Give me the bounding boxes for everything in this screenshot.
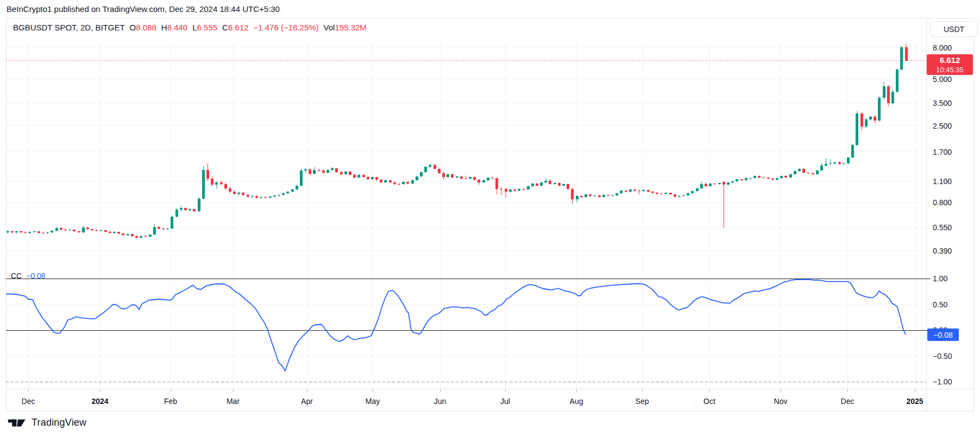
price-tick-label: 0.800 bbox=[933, 198, 952, 207]
price-tick-label: 1.700 bbox=[933, 148, 952, 156]
chart-plot-area[interactable] bbox=[0, 0, 980, 436]
ohlc-high: H8.440 bbox=[161, 23, 187, 32]
cc-tick-label: 0.50 bbox=[933, 300, 947, 309]
last-price-badge: 6.612 10:45:35 bbox=[927, 54, 973, 75]
cc-tick-label: −1.00 bbox=[933, 377, 952, 386]
time-tick-label: 2024 bbox=[91, 397, 108, 406]
ohlc-low: L6.555 bbox=[192, 23, 217, 32]
price-tick-label: 5.000 bbox=[933, 75, 952, 84]
volume: Vol155.32M bbox=[324, 23, 367, 32]
time-tick-label: Apr bbox=[301, 397, 313, 406]
tradingview-logo-icon bbox=[8, 418, 27, 428]
price-tick-label: 1.100 bbox=[933, 177, 952, 186]
price-tick-label: 8.000 bbox=[933, 43, 952, 52]
time-tick-label: Sep bbox=[636, 397, 649, 406]
price-tick-label: 0.550 bbox=[933, 223, 952, 232]
tradingview-logo-text: TradingView bbox=[32, 417, 86, 428]
symbol-title[interactable]: BGBUSDT SPOT, 2D, BITGET bbox=[13, 23, 125, 32]
ohlc-open: O8.088 bbox=[130, 23, 156, 32]
price-tick-label: 2.500 bbox=[933, 122, 952, 130]
cc-name: CC bbox=[11, 271, 22, 280]
cc-indicator-label[interactable]: CC −0.08 bbox=[11, 271, 46, 280]
currency-toggle-button[interactable]: USDT bbox=[930, 21, 978, 37]
time-tick-label: Oct bbox=[703, 397, 715, 406]
time-tick-label: Mar bbox=[227, 397, 240, 406]
price-change: −1.476 (−18.25%) bbox=[254, 23, 319, 32]
chart-legend: BGBUSDT SPOT, 2D, BITGET O8.088 H8.440 L… bbox=[13, 23, 367, 32]
time-tick-label: Jun bbox=[434, 397, 447, 406]
cc-value-badge: −0.08 bbox=[927, 328, 959, 341]
price-tick-label: 3.500 bbox=[933, 99, 952, 108]
time-tick-label: Dec bbox=[22, 397, 35, 406]
time-tick-label: Nov bbox=[774, 397, 788, 406]
candle-countdown: 10:45:35 bbox=[927, 66, 973, 74]
time-tick-label: Feb bbox=[164, 397, 177, 406]
time-tick-label: Aug bbox=[570, 397, 583, 406]
tradingview-logo[interactable]: TradingView bbox=[8, 417, 86, 428]
time-tick-label: Jul bbox=[500, 397, 510, 406]
ohlc-close: C6.612 bbox=[222, 23, 248, 32]
cc-value: −0.08 bbox=[26, 271, 45, 280]
price-tick-label: 0.390 bbox=[933, 247, 952, 255]
time-tick-label: 2025 bbox=[906, 397, 923, 406]
cc-tick-label: −0.50 bbox=[933, 352, 952, 361]
cc-tick-label: 1.00 bbox=[933, 274, 947, 283]
time-tick-label: May bbox=[366, 397, 380, 406]
time-tick-label: Dec bbox=[841, 397, 855, 406]
